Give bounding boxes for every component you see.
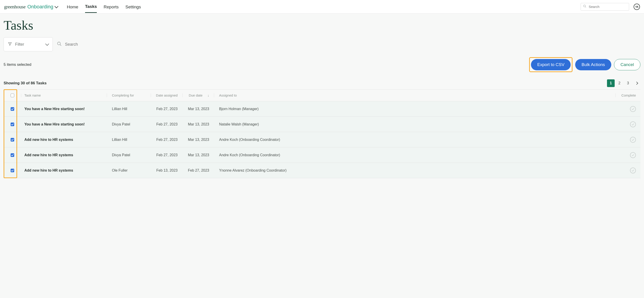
- search-icon: [583, 5, 586, 9]
- row-date-assigned: Feb 27, 2023: [151, 138, 182, 142]
- action-row: 5 items selected Export to CSV Bulk Acti…: [4, 57, 640, 72]
- complete-toggle[interactable]: [630, 137, 636, 143]
- complete-toggle[interactable]: [630, 106, 636, 112]
- row-due-date: Mar 13, 2023: [182, 122, 214, 126]
- global-search-input[interactable]: [589, 5, 627, 9]
- top-navbar: greenhouse Onboarding Home Tasks Reports…: [0, 0, 644, 14]
- row-date-assigned: Feb 27, 2023: [151, 122, 182, 126]
- task-table-wrap: Task name Completing for Date assigned D…: [4, 89, 640, 178]
- action-buttons: Export to CSV Bulk Actions Cancel: [529, 57, 640, 72]
- complete-toggle[interactable]: [630, 152, 636, 158]
- sort-arrow-icon: ↓: [208, 93, 210, 97]
- complete-toggle[interactable]: [630, 121, 636, 127]
- chevron-right-icon: [635, 82, 638, 85]
- th-date-assigned[interactable]: Date assigned: [151, 93, 182, 97]
- row-complete-cell: [616, 121, 640, 127]
- page-2[interactable]: 2: [616, 79, 623, 87]
- showing-count: Showing 30 of 86 Tasks: [4, 81, 47, 85]
- th-due-date-label: Due date: [189, 93, 202, 97]
- row-complete-cell: [616, 106, 640, 112]
- funnel-icon: [8, 42, 12, 47]
- table-row[interactable]: You have a New Hire starting soon! Divya…: [4, 117, 640, 132]
- row-task-name: You have a New Hire starting soon!: [21, 122, 107, 126]
- row-checkbox-cell: [4, 138, 21, 141]
- page-title: Tasks: [4, 18, 640, 33]
- row-checkbox-cell: [4, 153, 21, 157]
- cancel-button[interactable]: Cancel: [614, 59, 640, 70]
- row-checkbox[interactable]: [10, 138, 14, 141]
- row-task-name: Add new hire to HR systems: [21, 169, 107, 173]
- page-search-input[interactable]: [65, 42, 133, 47]
- filter-label: Filter: [15, 42, 24, 47]
- row-date-assigned: Feb 27, 2023: [151, 153, 182, 157]
- row-completing-for: Divya Patel: [107, 153, 151, 157]
- th-completing-for[interactable]: Completing for: [107, 93, 151, 97]
- svg-point-0: [584, 5, 586, 7]
- highlight-export: Export to CSV: [529, 57, 572, 72]
- svg-point-2: [58, 42, 60, 45]
- row-complete-cell: [616, 152, 640, 158]
- row-assigned-to: Andre Koch (Onboarding Coordinator): [214, 153, 616, 157]
- row-complete-cell: [616, 137, 640, 143]
- page-search[interactable]: [53, 41, 137, 47]
- table-row[interactable]: Add new hire to HR systems Lillian Hill …: [4, 132, 640, 147]
- row-completing-for: Lillian Hill: [107, 107, 151, 111]
- row-checkbox[interactable]: [10, 153, 14, 157]
- nav-reports[interactable]: Reports: [104, 1, 119, 13]
- row-task-name: Add new hire to HR systems: [21, 153, 107, 157]
- th-due-date[interactable]: Due date ↓: [182, 93, 214, 97]
- bulk-actions-button[interactable]: Bulk Actions: [575, 59, 611, 70]
- chevron-down-icon[interactable]: [54, 4, 58, 8]
- table-row[interactable]: Add new hire to HR systems Divya Patel F…: [4, 147, 640, 163]
- row-assigned-to: Bjorn Holman (Manager): [214, 107, 616, 111]
- row-complete-cell: [616, 168, 640, 174]
- row-checkbox-cell: [4, 107, 21, 111]
- row-assigned-to: Ynonne Alvarez (Onboarding Coordinator): [214, 169, 616, 173]
- row-task-name: You have a New Hire starting soon!: [21, 107, 107, 111]
- row-date-assigned: Feb 13, 2023: [151, 169, 182, 173]
- row-checkbox[interactable]: [10, 169, 14, 172]
- selected-count: 5 items selected: [4, 62, 31, 67]
- table-row[interactable]: Add new hire to HR systems Ole Fuller Fe…: [4, 163, 640, 178]
- search-icon: [57, 41, 62, 47]
- brand-greenhouse-text: greenhouse: [4, 4, 26, 10]
- page-next[interactable]: [633, 79, 640, 87]
- row-completing-for: Lillian Hill: [107, 138, 151, 142]
- page-1[interactable]: 1: [607, 79, 615, 87]
- row-task-name: Add new hire to HR systems: [21, 138, 107, 142]
- nav-links: Home Tasks Reports Settings: [67, 1, 580, 13]
- row-assigned-to: Natalie Walsh (Manager): [214, 122, 616, 126]
- table-row[interactable]: You have a New Hire starting soon! Lilli…: [4, 101, 640, 117]
- avatar[interactable]: YA: [634, 4, 640, 10]
- row-completing-for: Divya Patel: [107, 122, 151, 126]
- export-csv-button[interactable]: Export to CSV: [531, 59, 571, 70]
- row-assigned-to: Andre Koch (Onboarding Coordinator): [214, 138, 616, 142]
- row-due-date: Feb 27, 2023: [182, 169, 214, 173]
- th-assigned-to[interactable]: Assigned to: [214, 93, 616, 97]
- row-checkbox[interactable]: [10, 107, 14, 111]
- row-checkbox[interactable]: [10, 122, 14, 126]
- filter-dropdown[interactable]: Filter: [4, 37, 53, 51]
- select-all-checkbox[interactable]: [10, 94, 14, 97]
- nav-right: YA: [580, 3, 640, 11]
- chevron-down-icon: [45, 42, 49, 46]
- th-complete: Complete: [616, 93, 640, 97]
- row-completing-for: Ole Fuller: [107, 169, 151, 173]
- row-due-date: Mar 13, 2023: [182, 138, 214, 142]
- nav-home[interactable]: Home: [67, 1, 78, 13]
- page-body: Tasks Filter 5 items selected Export to …: [0, 14, 644, 298]
- nav-tasks[interactable]: Tasks: [85, 1, 97, 13]
- th-task-name[interactable]: Task name: [21, 93, 107, 97]
- svg-line-1: [585, 7, 586, 8]
- complete-toggle[interactable]: [630, 168, 636, 174]
- svg-line-3: [60, 45, 62, 46]
- nav-settings[interactable]: Settings: [126, 1, 141, 13]
- brand-logo[interactable]: greenhouse Onboarding: [4, 4, 58, 10]
- row-date-assigned: Feb 27, 2023: [151, 107, 182, 111]
- filter-search-row: Filter: [4, 37, 640, 51]
- page-3[interactable]: 3: [624, 79, 632, 87]
- row-due-date: Mar 13, 2023: [182, 153, 214, 157]
- global-search[interactable]: [580, 3, 629, 11]
- row-checkbox-cell: [4, 169, 21, 172]
- row-due-date: Mar 13, 2023: [182, 107, 214, 111]
